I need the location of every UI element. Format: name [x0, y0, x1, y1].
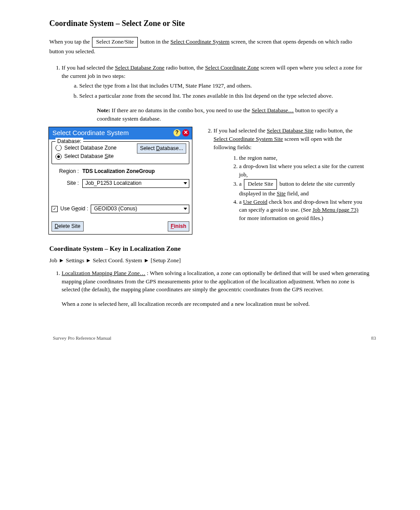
geoid-row: ✓ Use Geoid : GEOID03 (Conus)	[52, 205, 189, 213]
step2-block: If you had selected the Select Database …	[206, 127, 364, 229]
radio-icon	[55, 154, 62, 160]
step2-pre: If you had selected the	[214, 127, 267, 134]
page-title: Coordinate System – Select Zone or Site	[49, 18, 385, 29]
section2-title: Coordinate System – Key in Localization …	[49, 244, 385, 254]
note-ul: Select Database…	[252, 107, 294, 114]
select-database-button[interactable]: Select Database...	[137, 143, 186, 154]
site-row: Site : Job_P1253 Localization	[52, 179, 189, 188]
finish-button[interactable]: Finish	[168, 221, 189, 231]
select-zone-site-button-label: Select Zone/Site	[92, 37, 138, 48]
s24ul2: Job Menu (page 73)	[313, 206, 358, 213]
s23ul: Site	[277, 190, 286, 197]
step2-item4: a Use Geoid check box and drop-down list…	[239, 198, 364, 223]
sec2-ul: Localization Mapping Plane Zone…	[62, 270, 145, 276]
step-1: If you had selected the Select Database …	[62, 64, 370, 100]
intro-pre: When you tap the	[49, 38, 91, 45]
step1-mid: radio button, the	[166, 64, 205, 71]
select-coord-system-dialog: Select Coordinate System ? ✕ Database: S…	[48, 127, 192, 235]
step2-ul2: Select Coordinate System Site	[214, 136, 283, 142]
site-select-value: Job_P1253 Localization	[85, 180, 141, 187]
site-label: Site :	[52, 180, 82, 187]
s23post: field, and	[287, 190, 309, 197]
step1-ul2: Select Coordinate Zone	[205, 64, 259, 71]
step1-ul: Select Database Zone	[115, 64, 165, 71]
radio-zone-label: Select Database Zone	[64, 144, 117, 152]
geoid-select[interactable]: GEOID03 (Conus)	[91, 205, 189, 213]
close-icon[interactable]: ✕	[182, 129, 189, 136]
step-2: If you had selected the Select Database …	[214, 127, 364, 223]
step1-pre: If you had selected the	[62, 64, 115, 71]
step2-item1: the region name,	[239, 154, 364, 162]
s24ul: Use Geoid	[243, 198, 267, 205]
database-legend: Database:	[55, 138, 83, 145]
intro-ul1: Select Coordinate System	[170, 38, 229, 45]
section2-breadcrumb: Job ► Settings ► Select Coord. System ► …	[49, 257, 385, 265]
chevron-down-icon	[184, 208, 187, 210]
footer-right: 83	[371, 335, 376, 342]
region-row: Region : TDS Localization ZoneGroup	[52, 168, 189, 175]
region-label: Region :	[52, 168, 82, 175]
step1b: Select a particular zone from the second…	[79, 92, 370, 100]
note-paragraph: Note: If there are no datums in the comb…	[97, 106, 343, 123]
select-database-button-label: Select Database...	[140, 145, 183, 151]
use-geoid-label: Use Geoid :	[60, 205, 88, 213]
use-geoid-checkbox[interactable]: ✓	[52, 206, 58, 212]
sec2-step1: Localization Mapping Plane Zone… : When …	[62, 269, 370, 294]
s24post: for more information on geoid files.)	[239, 215, 323, 221]
dialog-title: Select Coordinate System	[52, 128, 172, 138]
delete-site-button[interactable]: Delete Site	[52, 221, 84, 231]
radio-icon	[55, 145, 62, 151]
radio-site[interactable]: Select Database Site	[55, 153, 186, 160]
chevron-down-icon	[184, 182, 187, 184]
sec2-para: When a zone is selected here, all locali…	[62, 300, 361, 308]
help-icon[interactable]: ?	[173, 129, 181, 136]
intro-mid: button in the	[140, 38, 170, 45]
step2-ul: Select Database Site	[267, 127, 313, 134]
database-fieldset: Database: Select Database... Select Data…	[52, 141, 189, 165]
radio-site-label: Select Database Site	[64, 153, 114, 160]
step2-item3: a Delete Site button to delete the site …	[239, 179, 364, 198]
note-body: If there are no datums in the combo box,…	[112, 107, 252, 114]
step2-mid: radio button, the	[315, 127, 353, 134]
site-select[interactable]: Job_P1253 Localization	[82, 179, 189, 188]
delete-site-box: Delete Site	[244, 179, 277, 190]
step1a: Select the type from a list that include…	[79, 82, 370, 90]
geoid-select-value: GEOID03 (Conus)	[94, 205, 137, 213]
step2-item2: a drop-down list where you select a site…	[239, 162, 364, 179]
s23pre: a	[239, 180, 243, 187]
footer-left: Survey Pro Reference Manual	[53, 335, 111, 342]
intro-paragraph: When you tap the Select Zone/Site button…	[49, 37, 366, 56]
note-lead: Note:	[97, 107, 110, 114]
s24pre: a	[239, 198, 243, 205]
region-value: TDS Localization ZoneGroup	[82, 168, 155, 175]
page-footer: Survey Pro Reference Manual 83	[44, 335, 385, 342]
